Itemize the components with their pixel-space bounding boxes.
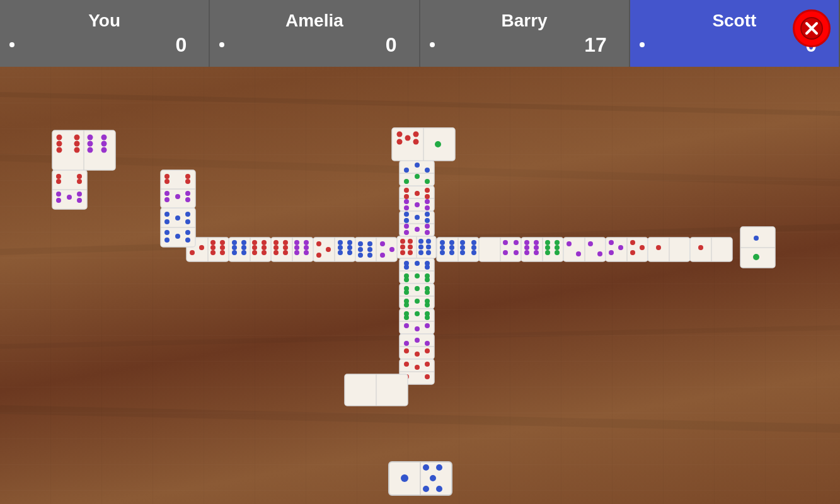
- barry-dot: [430, 42, 435, 47]
- svg-line-4: [0, 158, 840, 183]
- domino-field: [0, 0, 840, 504]
- player-you-panel: You 0: [0, 0, 210, 67]
- player-barry-panel: Barry 17: [420, 0, 630, 67]
- player-amelia-score: 0: [386, 33, 397, 57]
- player-barry-name: Barry: [502, 11, 548, 31]
- scott-dot: [640, 42, 645, 47]
- player-amelia-panel: Amelia 0: [210, 0, 420, 67]
- svg-line-6: [0, 328, 840, 346]
- amelia-dot: [219, 42, 224, 47]
- svg-line-7: [0, 410, 840, 428]
- close-button[interactable]: [793, 9, 831, 47]
- game-board: You 0 Amelia 0 Barry 17 Scott 0: [0, 0, 840, 504]
- player-you-score: 0: [175, 33, 187, 57]
- player-amelia-name: Amelia: [285, 11, 343, 31]
- svg-line-3: [0, 94, 840, 113]
- player-barry-score: 17: [584, 33, 607, 57]
- player-you-name: You: [88, 11, 120, 31]
- score-header: You 0 Amelia 0 Barry 17 Scott 0: [0, 0, 840, 67]
- svg-line-5: [0, 227, 840, 252]
- player-scott-name: Scott: [712, 11, 756, 31]
- close-icon: [800, 17, 823, 40]
- you-dot: [9, 42, 14, 47]
